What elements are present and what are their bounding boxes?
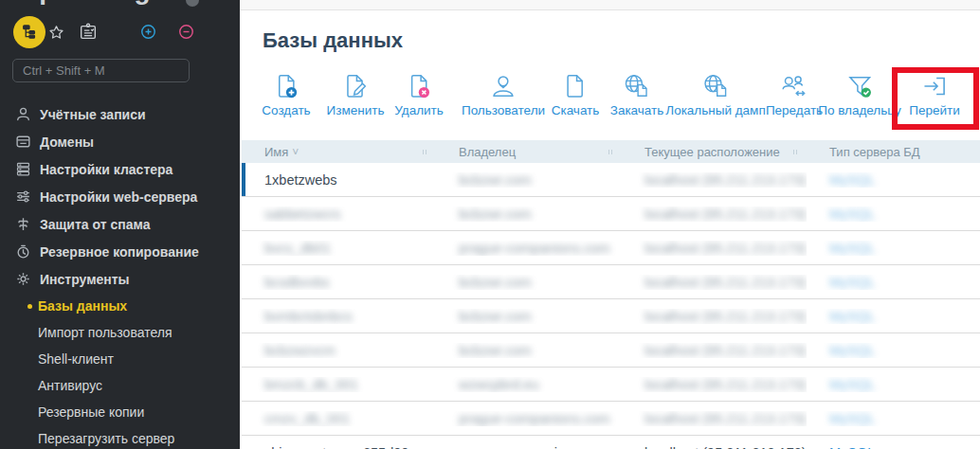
cell-owner: bcbzwr.com (436, 207, 622, 222)
owner-value: oraqva-companions.com (459, 445, 609, 449)
databases-table: Имя˅ Владелец Текущее расположение Тип с… (242, 140, 980, 449)
dbtype-link[interactable]: MySQL (829, 241, 875, 256)
toolbar-label: Удалить (394, 103, 444, 117)
table-row[interactable]: bcsdbvvbsbcbzwr.comlocalhost (95.211.213… (242, 265, 980, 299)
toolbar-label: Закачать (610, 103, 664, 117)
toolbar-label: Передать (766, 103, 823, 117)
table-row[interactable]: bmzcb_db_001wzwcpbrd.eulocalhost (95.211… (242, 368, 980, 402)
column-header-location[interactable]: Текущее расположение (622, 145, 807, 159)
name-value: bcbzwzvcm (264, 343, 336, 358)
cell-type: MySQL (807, 343, 980, 358)
cell-location: localhost (95.211.213.173) (622, 275, 807, 290)
sidebar-item-cluster-settings[interactable]: Настройки кластера (0, 155, 240, 183)
location-value: localhost (95.211.213.173) (644, 377, 807, 392)
dbtype-link[interactable]: MySQL (829, 172, 875, 188)
location-value: localhost (95.211.213.173) (644, 445, 807, 449)
dbtype-link[interactable]: MySQL (829, 377, 875, 392)
owner-value: wzwcpbrd.eu (459, 377, 539, 392)
doc-plus-icon (272, 72, 300, 100)
name-value: cmzv_db_001 (264, 411, 350, 426)
sidebar-item-label: Инструменты (40, 272, 130, 287)
filter-by-owner-button[interactable]: По владельцу (818, 72, 901, 117)
sidebar-subitem-shell-client[interactable]: Shell-клиент (0, 346, 240, 372)
download-button[interactable]: Скачать (552, 72, 600, 117)
location-value: localhost (95.211.213.173) (644, 275, 807, 290)
create-button[interactable]: Создать (262, 72, 310, 117)
local-dump-button[interactable]: Локальный дамп (665, 72, 765, 117)
sidebar-item-accounts[interactable]: Учётные записи (0, 100, 240, 128)
toolbar-label: Пользователи (462, 103, 545, 117)
sitemap-icon[interactable] (13, 16, 45, 48)
globe-doc-icon (623, 72, 651, 100)
toolbar-label: По владельцу (818, 103, 901, 117)
table-row[interactable]: 1xbetzwebsbcbzwr.comlocalhost (95.211.21… (242, 163, 980, 197)
dbtype-link[interactable]: MySQL (829, 343, 875, 358)
cell-owner: oraqva-companions.com (436, 445, 622, 449)
table-row[interactable]: bvmbctsbnbcsbcbzwr.comlocalhost (95.211.… (242, 299, 980, 333)
dbtype-link[interactable]: MySQL (829, 207, 875, 222)
sidebar-subitem-user-import[interactable]: Импорт пользователя (0, 319, 240, 346)
quick-search-input[interactable] (12, 59, 190, 82)
delete-button[interactable]: Удалить (394, 72, 444, 117)
transfer-icon (780, 72, 808, 100)
go-to-button[interactable]: Перейти (909, 72, 960, 117)
sidebar-subitem-backups[interactable]: Резервные копии (0, 399, 240, 425)
upload-button[interactable]: Закачать (610, 72, 664, 117)
toolbar-label: Локальный дамп (665, 103, 765, 117)
table-row[interactable]: chiccocarts.com655d00oraqva-companions.c… (242, 436, 980, 449)
sidebar-item-label: Учётные записи (40, 107, 146, 122)
owner-value: bcbzwr.com (459, 309, 532, 324)
cell-location: localhost (95.211.213.173) (622, 207, 807, 222)
cell-location: localhost (95.211.213.173) (622, 309, 807, 324)
sidebar-item-webserver-settings[interactable]: Настройки web-сервера (0, 183, 240, 210)
cell-owner: wzwcpbrd.eu (436, 377, 622, 392)
sort-caret-icon: ˅ (292, 146, 299, 159)
table-row[interactable]: sabbetzwcrsbcbzwr.comlocalhost (95.211.2… (242, 197, 980, 231)
column-header-dbtype[interactable]: Тип сервера БД (807, 145, 980, 159)
circle-plus-icon[interactable] (139, 23, 157, 45)
tasks-icon[interactable] (78, 22, 99, 46)
edit-button[interactable]: Изменить (327, 72, 385, 117)
backup-clock-icon (15, 243, 31, 260)
sidebar-subitem-antivirus[interactable]: Антивирус (0, 372, 240, 399)
main-area: Базы данных Создать Изменить (240, 0, 980, 449)
dbtype-link[interactable]: MySQL (829, 309, 875, 324)
sidebar-item-backup[interactable]: Резервное копирование (0, 238, 240, 265)
sidebar-item-tools[interactable]: Инструменты (0, 265, 240, 293)
cell-name: sabbetzwcrs (242, 207, 436, 222)
name-value: 1xbetzwebs (264, 172, 337, 188)
location-value: localhost (95.211.213.173) (644, 241, 807, 256)
name-value: bvmbctsbnbcs (264, 309, 353, 324)
cell-owner: bcbzwr.com (436, 275, 622, 290)
table-row[interactable]: cmzv_db_001prague-companions.comlocalhos… (242, 402, 980, 436)
location-value: localhost (95.211.213.173) (644, 309, 807, 324)
sidebar-subitem-restart-server[interactable]: Перезагрузить сервер (0, 425, 240, 449)
table-row[interactable]: bcbzwzvcmbcbzwr.comlocalhost (95.211.213… (242, 333, 980, 368)
owner-value: prague-companions.com (459, 241, 610, 256)
name-value: bvcs_db01 (264, 241, 331, 256)
cell-type: MySQL (807, 241, 980, 256)
table-row[interactable]: bvcs_db01prague-companions.comlocalhost … (242, 231, 980, 265)
globe-doc-icon (701, 72, 730, 100)
cell-owner: bcbzwr.com (436, 172, 622, 188)
sidebar-subitem-databases[interactable]: Базы данных (0, 293, 240, 319)
sidebar-item-spam-protection[interactable]: Защита от спама (0, 210, 240, 238)
users-button[interactable]: Пользователи (462, 72, 545, 117)
sidebar-item-domains[interactable]: Домены (0, 128, 240, 155)
circle-minus-icon[interactable] (177, 23, 195, 45)
cell-location: localhost (95.211.213.173) (622, 445, 807, 449)
sidebar-subitem-label: Перезагрузить сервер (38, 431, 174, 446)
name-value: sabbetzwcrs (264, 207, 341, 222)
column-header-name[interactable]: Имя˅ (242, 145, 436, 159)
location-value: localhost (95.211.213.173) (644, 172, 807, 188)
dbtype-link[interactable]: MySQL (829, 275, 875, 290)
star-icon[interactable] (47, 24, 65, 45)
cell-location: localhost (95.211.213.173) (622, 411, 807, 426)
cell-name: bvcs_db01 (242, 241, 436, 256)
dbtype-link[interactable]: MySQL (829, 411, 875, 426)
owner-value: bcbzwr.com (459, 343, 532, 358)
column-header-owner[interactable]: Владелец (436, 145, 622, 159)
transfer-button[interactable]: Передать (766, 72, 823, 117)
doc-cross-icon (405, 72, 433, 100)
dbtype-link[interactable]: MySQL (829, 445, 875, 449)
